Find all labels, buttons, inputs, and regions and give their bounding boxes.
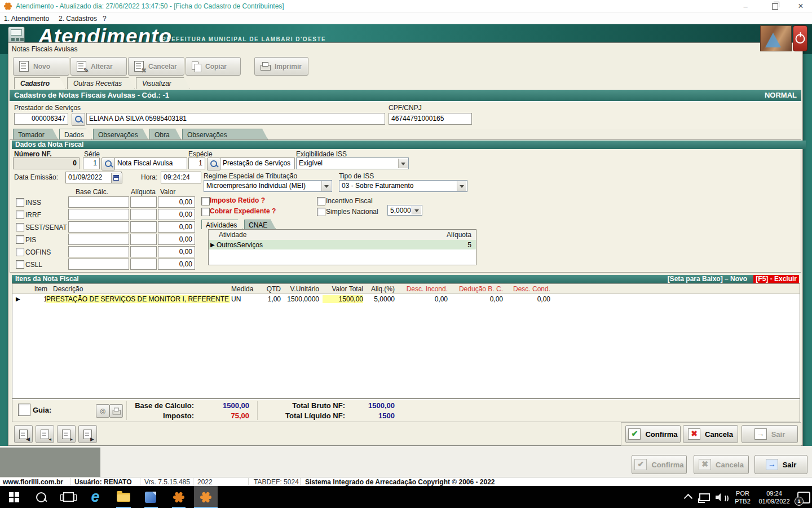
inss-checkbox[interactable] <box>16 198 24 207</box>
regime-value: Microempresário Individual (MEI) <box>206 182 306 190</box>
status-site[interactable]: www.fiorilli.com.br <box>3 478 63 486</box>
file-explorer-button[interactable] <box>112 486 135 508</box>
tab-observacoes[interactable]: Observações <box>93 129 148 139</box>
sest-aliquota-input[interactable] <box>130 221 157 233</box>
item-row[interactable]: ▶ 1 PRESTAÇÃO DE SERVIÇOS DE MONITOR I, … <box>12 294 801 304</box>
cancela-button[interactable]: ✖Cancela <box>683 425 738 443</box>
itens-grid-body[interactable]: ▶ 1 PRESTAÇÃO DE SERVIÇOS DE MONITOR I, … <box>12 294 800 398</box>
minimize-button[interactable]: – <box>733 0 758 12</box>
power-button[interactable] <box>793 25 807 51</box>
fiorilli-app-button[interactable] <box>167 486 191 508</box>
menu-help[interactable]: ? <box>103 15 107 23</box>
guia-checkbox[interactable] <box>18 404 30 416</box>
nav-first-button[interactable]: ◀ <box>14 425 33 443</box>
imprimir-button[interactable]: Imprimir <box>254 57 308 76</box>
csll-valor-input[interactable]: 0,00 <box>158 259 195 270</box>
cpf-input[interactable]: 46744791000165 <box>389 113 472 125</box>
irrf-valor-input[interactable]: 0,00 <box>158 209 195 220</box>
sest-valor-input[interactable]: 0,00 <box>158 221 195 233</box>
prestador-name-input[interactable]: ELIANA DA SILVA 05985403181 <box>86 113 385 125</box>
csll-aliquota-input[interactable] <box>130 259 157 270</box>
tab-visualizar[interactable]: Visualizar <box>136 77 190 89</box>
clock[interactable]: 09:24 01/09/2022 <box>754 489 794 505</box>
atividade-row[interactable]: ▶ OutrosServiços 5 <box>209 240 476 249</box>
inss-aliquota-input[interactable] <box>130 196 157 208</box>
menu-atendimento[interactable]: 1. Atendimento <box>4 15 49 23</box>
tab-outras-receitas[interactable]: Outras Receitas <box>67 77 135 89</box>
language-indicator[interactable]: POR PTB2 <box>731 489 754 505</box>
nav-prev-button[interactable]: ◂ <box>36 425 54 443</box>
menu-cadastros[interactable]: 2. Cadastros <box>59 15 97 23</box>
chevron-down-icon <box>398 159 408 168</box>
simples-nacional-checkbox[interactable] <box>317 208 325 216</box>
tab-dados[interactable]: Dados <box>59 129 92 139</box>
tab-obra[interactable]: Obra <box>149 129 181 139</box>
csll-base-input[interactable] <box>68 259 129 270</box>
nav-prev-icon: ◂ <box>41 430 49 439</box>
parent-sair-button[interactable]: →Sair <box>754 455 807 474</box>
notification-center-button[interactable]: 1 <box>797 492 810 503</box>
copiar-button[interactable]: Copiar <box>186 57 241 76</box>
inss-valor-input[interactable]: 0,00 <box>158 196 195 208</box>
pis-base-input[interactable] <box>68 234 129 245</box>
parent-cancela-button[interactable]: ✖Cancela <box>694 455 749 474</box>
calendar-icon[interactable] <box>111 173 122 183</box>
novo-button[interactable]: Novo <box>13 57 69 76</box>
internet-explorer-button[interactable]: e <box>83 486 107 508</box>
alterar-button[interactable]: ✎Alterar <box>70 57 127 76</box>
exigibilidade-select[interactable]: Exigível <box>296 157 409 169</box>
pis-valor-input[interactable]: 0,00 <box>158 234 195 245</box>
nav-last-button[interactable]: ▶ <box>78 425 97 443</box>
network-button[interactable] <box>696 486 713 508</box>
cobrar-expediente-checkbox[interactable] <box>201 208 210 216</box>
cofins-aliquota-input[interactable] <box>130 246 157 257</box>
prestador-search-button[interactable] <box>72 113 85 126</box>
guia-print-button[interactable] <box>109 404 123 418</box>
inss-base-input[interactable] <box>68 196 129 208</box>
close-button[interactable]: × <box>788 0 812 12</box>
tipo-iss-select[interactable]: 03 - Sobre Faturamento <box>339 180 467 192</box>
imposto-retido-checkbox[interactable] <box>201 197 210 205</box>
pis-checkbox[interactable] <box>16 235 24 244</box>
guia-view-button[interactable]: ◎ <box>96 404 109 418</box>
search-icon <box>210 160 217 167</box>
serie-search-button[interactable] <box>102 157 115 170</box>
hora-input[interactable]: 09:24:24 <box>161 172 201 183</box>
cofins-base-input[interactable] <box>68 246 129 257</box>
prestador-code-input[interactable]: 000006347 <box>14 113 68 125</box>
start-button[interactable] <box>2 486 26 508</box>
blue-app-button[interactable] <box>139 486 162 508</box>
sest-base-input[interactable] <box>68 221 129 233</box>
restore-button[interactable] <box>762 0 787 12</box>
fiorilli-app-active-button[interactable] <box>194 486 218 508</box>
simples-aliquota-select[interactable]: 5,0000 <box>387 205 422 216</box>
tab-atividades[interactable]: Atividades <box>201 220 243 229</box>
cancelar-button[interactable]: ✖Cancelar <box>128 57 184 76</box>
confirma-button[interactable]: ✔Confirma <box>625 425 681 443</box>
nav-next-button[interactable]: ▸ <box>57 425 76 443</box>
especie-input[interactable]: 1 <box>188 157 205 169</box>
sest-checkbox[interactable] <box>16 223 24 231</box>
tab-cadastro[interactable]: Cadastro <box>14 77 66 89</box>
taskbar-search-button[interactable] <box>29 486 53 508</box>
tray-expand-button[interactable] <box>679 486 697 508</box>
itens-hint-excluir: [F5] - Excluir <box>753 275 799 283</box>
sair-button-disabled[interactable]: →Sair <box>742 425 798 443</box>
tab-tomador[interactable]: Tomador <box>13 129 58 139</box>
tab-observacoes-canc[interactable]: Observações Canc./Sub. <box>182 129 268 139</box>
irrf-base-input[interactable] <box>68 209 129 220</box>
task-view-button[interactable] <box>56 486 80 508</box>
serie-input[interactable]: 1 <box>83 157 100 169</box>
cofins-checkbox[interactable] <box>16 248 24 256</box>
cofins-valor-input[interactable]: 0,00 <box>158 246 195 257</box>
irrf-aliquota-input[interactable] <box>130 209 157 220</box>
parent-confirma-button[interactable]: ✔Confirma <box>632 455 687 474</box>
volume-button[interactable] <box>712 486 730 508</box>
especie-search-button[interactable] <box>207 157 220 170</box>
irrf-checkbox[interactable] <box>16 211 24 219</box>
pis-aliquota-input[interactable] <box>130 234 157 245</box>
tab-cnae[interactable]: CNAE <box>244 220 276 229</box>
regime-select[interactable]: Microempresário Individual (MEI) <box>204 180 332 192</box>
csll-checkbox[interactable] <box>16 260 24 269</box>
incentivo-fiscal-checkbox[interactable] <box>317 197 325 205</box>
